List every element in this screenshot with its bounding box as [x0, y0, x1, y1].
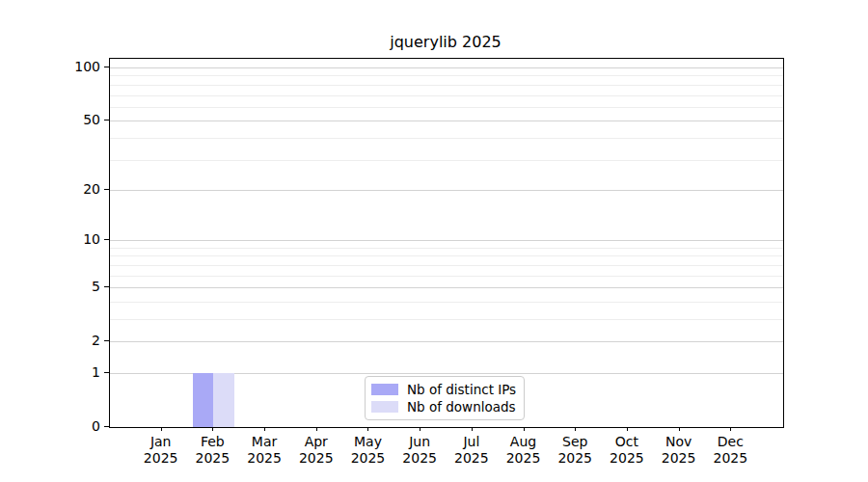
gridline-minor — [110, 95, 783, 96]
y-tick-label: 0 — [37, 417, 100, 435]
x-tick-month: Nov — [650, 434, 708, 450]
x-tick-mark — [367, 427, 368, 431]
legend-swatch-distinct-ips — [371, 384, 398, 395]
x-tick-year: 2025 — [339, 450, 396, 467]
legend-label-distinct-ips: Nb of distinct IPs — [407, 382, 516, 397]
x-tick-mark — [264, 427, 265, 431]
x-tick-mark — [627, 427, 628, 431]
x-tick-year: 2025 — [391, 450, 448, 467]
x-tick-year: 2025 — [287, 450, 345, 467]
y-tick-label: 10 — [37, 230, 100, 248]
x-tick-mark — [679, 427, 680, 431]
plot-area — [109, 58, 784, 428]
gridline-minor — [110, 319, 783, 320]
gridline-major — [110, 240, 783, 241]
x-tick-mark — [472, 427, 473, 431]
x-tick-label: Jul2025 — [443, 434, 501, 467]
x-tick-label: Feb2025 — [183, 434, 241, 467]
gridline-major — [110, 287, 783, 288]
x-tick-mark — [420, 427, 420, 431]
y-tick-label: 2 — [37, 332, 100, 349]
x-tick-mark — [575, 427, 576, 431]
y-tick-mark — [104, 372, 109, 373]
x-tick-label: Apr2025 — [287, 434, 345, 467]
x-tick-mark — [730, 427, 731, 431]
x-tick-month: May — [339, 434, 396, 450]
bar-nb-of-downloads — [213, 373, 233, 427]
x-tick-month: Oct — [598, 434, 656, 450]
x-tick-mark — [524, 427, 525, 431]
x-tick-month: Jul — [443, 434, 501, 450]
x-tick-year: 2025 — [183, 450, 241, 467]
x-tick-month: Jan — [132, 434, 190, 450]
x-tick-label: May2025 — [339, 434, 396, 467]
y-tick-mark — [104, 189, 109, 190]
gridline-major — [110, 190, 783, 191]
y-tick-mark — [104, 426, 109, 427]
legend-item-downloads: Nb of downloads — [371, 399, 516, 415]
gridline-minor — [110, 255, 783, 256]
x-tick-year: 2025 — [495, 450, 553, 467]
gridline-minor — [110, 265, 783, 266]
x-tick-label: Oct2025 — [598, 434, 656, 467]
y-tick-mark — [104, 120, 109, 120]
legend-item-distinct-ips: Nb of distinct IPs — [371, 382, 516, 397]
gridline-minor — [110, 138, 783, 139]
x-tick-month: Aug — [495, 434, 553, 450]
x-tick-year: 2025 — [235, 450, 293, 467]
x-tick-label: Mar2025 — [235, 434, 293, 467]
x-tick-label: Sep2025 — [546, 434, 604, 467]
x-tick-mark — [161, 427, 162, 431]
gridline-minor — [110, 75, 783, 76]
chart-title: jquerylib 2025 — [109, 33, 782, 51]
gridline-minor — [110, 160, 783, 161]
gridline-minor — [110, 302, 783, 303]
x-tick-year: 2025 — [650, 450, 708, 467]
y-tick-label: 1 — [37, 363, 100, 381]
x-tick-label: Nov2025 — [650, 434, 708, 467]
x-tick-label: Jan2025 — [132, 434, 190, 467]
x-tick-year: 2025 — [701, 450, 759, 467]
x-tick-label: Jun2025 — [391, 434, 448, 467]
y-tick-label: 5 — [37, 278, 100, 295]
x-tick-month: Sep — [546, 434, 604, 450]
x-tick-month: Apr — [287, 434, 345, 450]
y-tick-mark — [104, 286, 109, 287]
y-tick-label: 100 — [37, 58, 100, 75]
y-tick-mark — [104, 67, 109, 67]
gridline-minor — [110, 107, 783, 108]
legend-label-downloads: Nb of downloads — [407, 399, 516, 415]
gridline-minor — [110, 85, 783, 86]
x-tick-month: Dec — [701, 434, 759, 450]
bar-nb-of-distinct-ips — [193, 373, 213, 427]
x-tick-label: Aug2025 — [495, 434, 553, 467]
y-tick-mark — [104, 340, 109, 341]
gridline-major — [110, 120, 783, 121]
legend: Nb of distinct IPs Nb of downloads — [365, 376, 525, 420]
gridline-minor — [110, 276, 783, 277]
gridline-major — [110, 341, 783, 342]
x-tick-year: 2025 — [443, 450, 501, 467]
x-tick-label: Dec2025 — [701, 434, 759, 467]
legend-swatch-downloads — [371, 401, 398, 413]
y-tick-label: 50 — [37, 111, 100, 128]
x-tick-year: 2025 — [598, 450, 656, 467]
x-tick-mark — [316, 427, 317, 431]
figure: jquerylib 2025 0125102050100 Jan2025Feb2… — [0, 0, 868, 482]
x-tick-month: Feb — [183, 434, 241, 450]
y-tick-mark — [104, 239, 109, 240]
x-tick-year: 2025 — [132, 450, 190, 467]
y-tick-label: 20 — [37, 180, 100, 198]
x-tick-year: 2025 — [546, 450, 604, 467]
x-tick-month: Jun — [391, 434, 448, 450]
x-tick-month: Mar — [235, 434, 293, 450]
gridline-major — [110, 67, 783, 68]
gridline-minor — [110, 248, 783, 249]
x-tick-mark — [212, 427, 213, 431]
